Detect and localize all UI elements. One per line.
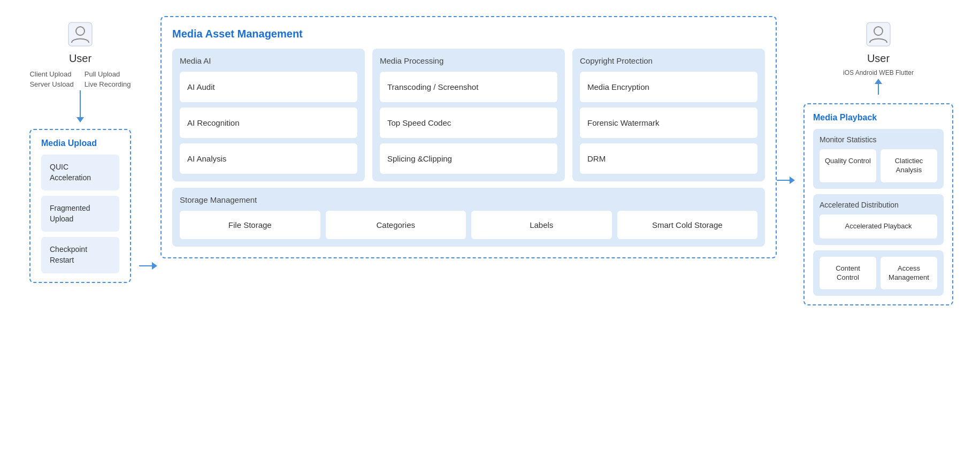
media-ai-panel: Media AI AI Audit AI Recognition AI Anal… bbox=[172, 49, 365, 181]
platform-labels: iOS Android WEB Flutter bbox=[843, 69, 914, 76]
arrow-up-head bbox=[875, 79, 882, 84]
left-section: User Client Upload Server Usload Pull Up… bbox=[21, 16, 139, 283]
copyright-panel: Copyright Protection Media Encryption Fo… bbox=[572, 49, 765, 181]
upload-item-quic: QUIC Acceleration bbox=[41, 155, 119, 190]
panel-item-drm: DRM bbox=[580, 143, 757, 174]
playback-item-accelerated-playback: Accelerated Playback bbox=[820, 214, 937, 239]
storage-item-categories: Categories bbox=[326, 211, 466, 239]
media-playback-title: Media Playback bbox=[813, 113, 944, 122]
monitor-statistics-title: Monitor Statistics bbox=[820, 135, 937, 144]
upload-labels-col2: Pull Upload Live Recording bbox=[85, 70, 131, 88]
arrow-right-1-line bbox=[139, 265, 152, 266]
left-user-icon bbox=[67, 21, 93, 49]
upload-label-pull: Pull Upload bbox=[85, 70, 131, 78]
content-access-panel: Content Control Access Management bbox=[813, 250, 944, 296]
playback-item-clatictiec: Clatictiec Analysis bbox=[881, 149, 937, 182]
playback-item-content-control: Content Control bbox=[820, 257, 876, 290]
media-ai-items: AI Audit AI Recognition AI Analysis bbox=[180, 72, 357, 174]
panel-item-ai-audit: AI Audit bbox=[180, 72, 357, 102]
monitor-items-row: Quality Control Clatictiec Analysis bbox=[820, 149, 937, 182]
left-user-block: User bbox=[67, 21, 93, 65]
upload-labels-col1: Client Upload Server Usload bbox=[29, 70, 73, 88]
panel-item-media-encryption: Media Encryption bbox=[580, 72, 757, 102]
upload-label-live: Live Recording bbox=[85, 80, 131, 88]
right-user-icon bbox=[866, 21, 891, 49]
storage-item-labels: Labels bbox=[471, 211, 612, 239]
copyright-items: Media Encryption Forensic Watermark DRM bbox=[580, 72, 757, 174]
media-upload-title: Media Upload bbox=[41, 139, 119, 148]
mam-title: Media Asset Management bbox=[172, 28, 765, 40]
left-user-label: User bbox=[69, 52, 91, 65]
storage-item-cold-storage: Smart Cold Storage bbox=[617, 211, 758, 239]
panel-item-transcoding: Transcoding / Screenshot bbox=[380, 72, 557, 102]
storage-item-file: File Storage bbox=[180, 211, 320, 239]
media-ai-title: Media AI bbox=[180, 56, 357, 65]
media-upload-box: Media Upload QUIC Acceleration Fragmente… bbox=[29, 129, 131, 283]
accelerated-dist-panel: Accelerated Distribution Accelerated Pla… bbox=[813, 194, 944, 245]
upload-labels: Client Upload Server Usload Pull Upload … bbox=[29, 70, 131, 88]
platform-area: iOS Android WEB Flutter bbox=[843, 69, 914, 76]
arrow-right-1-head bbox=[152, 262, 157, 270]
arrow-right-1-container bbox=[139, 16, 160, 270]
copyright-title: Copyright Protection bbox=[580, 56, 757, 65]
monitor-statistics-panel: Monitor Statistics Quality Control Clati… bbox=[813, 129, 944, 189]
right-user-block: User bbox=[866, 21, 891, 65]
diagram-container: User Client Upload Server Usload Pull Up… bbox=[0, 0, 980, 475]
panel-item-ai-analysis: AI Analysis bbox=[180, 143, 357, 174]
arrow-down-container bbox=[76, 90, 84, 122]
media-playback-box: Media Playback Monitor Statistics Qualit… bbox=[803, 103, 953, 305]
right-section: User iOS Android WEB Flutter Media Playb… bbox=[798, 16, 959, 305]
arrow-down-line bbox=[80, 90, 81, 117]
upload-label-client: Client Upload bbox=[29, 70, 73, 78]
arrow-up-line bbox=[878, 84, 879, 95]
arrow-right-2-container bbox=[777, 16, 798, 184]
accelerated-dist-title: Accelerated Distribution bbox=[820, 201, 937, 209]
arrow-down-head bbox=[76, 117, 84, 122]
panel-item-top-speed: Top Speed Codec bbox=[380, 108, 557, 138]
mam-section: Media Asset Management Media AI AI Audit… bbox=[160, 16, 777, 258]
arrow-right-2-line bbox=[777, 180, 790, 181]
playback-item-quality-control: Quality Control bbox=[820, 149, 876, 182]
storage-items: File Storage Categories Labels Smart Col… bbox=[180, 211, 757, 239]
arrow-right-2-head bbox=[790, 177, 795, 184]
right-user-label: User bbox=[867, 52, 890, 65]
playback-item-access-management: Access Management bbox=[881, 257, 937, 290]
arrow-up-right-container bbox=[875, 79, 882, 95]
storage-management-panel: Storage Management File Storage Categori… bbox=[172, 188, 765, 247]
upload-item-fragmented: Fragmented Upload bbox=[41, 196, 119, 232]
media-processing-panel: Media Processing Transcoding / Screensho… bbox=[372, 49, 565, 181]
panel-item-ai-recognition: AI Recognition bbox=[180, 108, 357, 138]
upload-item-checkpoint: Checkpoint Restart bbox=[41, 237, 119, 273]
storage-management-title: Storage Management bbox=[180, 195, 757, 204]
media-processing-items: Transcoding / Screenshot Top Speed Codec… bbox=[380, 72, 557, 174]
content-access-items-row: Content Control Access Management bbox=[820, 257, 937, 290]
panel-item-forensic-watermark: Forensic Watermark bbox=[580, 108, 757, 138]
panel-item-splicing: Splicing &Clipping bbox=[380, 143, 557, 174]
upload-label-server: Server Usload bbox=[29, 80, 73, 88]
mam-top-row: Media AI AI Audit AI Recognition AI Anal… bbox=[172, 49, 765, 181]
media-processing-title: Media Processing bbox=[380, 56, 557, 65]
